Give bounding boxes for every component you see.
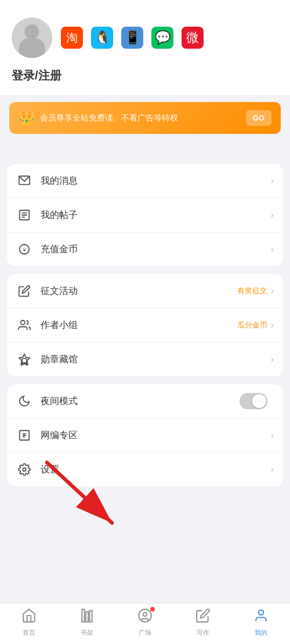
medals-icon — [16, 351, 32, 368]
posts-icon — [16, 207, 32, 223]
weibo-icon[interactable]: 微 — [182, 27, 204, 49]
posts-label: 我的帖子 — [41, 209, 271, 221]
menu-card-3: 夜间模式 › 网编专区 › 设置 › — [7, 384, 283, 486]
nav-item-square[interactable]: 广场 — [128, 608, 162, 637]
settings-icon — [16, 461, 32, 478]
vip-banner-text: 会员尊享全站免费读、不看广告等特权 — [40, 113, 240, 123]
vip-banner[interactable]: 👑 会员尊享全站免费读、不看广告等特权 GO — [9, 102, 281, 134]
author-icon — [16, 317, 32, 333]
svg-point-17 — [143, 613, 147, 617]
phone-icon[interactable]: 📱 — [121, 27, 143, 49]
writing-badge: 有奖征文 — [237, 286, 267, 296]
medals-label: 勋章藏馆 — [41, 354, 271, 366]
messages-label: 我的消息 — [41, 175, 271, 187]
bottom-padding — [0, 494, 290, 541]
home-icon — [21, 608, 37, 627]
bottom-navigation: 首页 书架 广场 写作 我的 — [0, 603, 290, 644]
bookshelf-icon — [79, 608, 95, 627]
mine-nav-label: 我的 — [255, 628, 267, 637]
social-icons-row: 淘 🐧 📱 💬 微 — [61, 27, 204, 49]
author-label: 作者小组 — [41, 319, 237, 332]
taobao-icon[interactable]: 淘 — [61, 27, 83, 49]
svg-rect-15 — [89, 610, 92, 622]
bookshelf-nav-label: 书架 — [81, 628, 93, 637]
menu-card-2: 征文活动 有奖征文 › 作者小组 瓜分金币 › 勋章藏馆 › — [7, 274, 283, 376]
settings-label: 设置 — [41, 464, 271, 476]
author-badge: 瓜分金币 — [237, 320, 267, 330]
nav-item-home[interactable]: 首页 — [12, 608, 46, 637]
night-label: 夜间模式 — [41, 395, 240, 407]
qq-icon[interactable]: 🐧 — [91, 27, 113, 49]
chevron-icon: › — [271, 464, 274, 475]
menu-item-posts[interactable]: 我的帖子 › — [7, 198, 283, 232]
night-icon — [16, 393, 32, 409]
nav-item-mine[interactable]: 我的 — [244, 608, 278, 637]
menu-item-editor[interactable]: 网编专区 › — [7, 419, 283, 453]
crown-icon: 👑 — [19, 111, 34, 126]
chevron-spacer: › — [271, 396, 274, 406]
svg-point-7 — [21, 321, 25, 325]
chevron-icon: › — [271, 286, 274, 296]
spacer-1 — [0, 141, 290, 152]
chevron-icon: › — [271, 354, 274, 365]
chevron-icon: › — [271, 210, 274, 220]
coins-icon: ¥ — [16, 241, 32, 257]
square-icon — [137, 608, 153, 627]
profile-section: 淘 🐧 📱 💬 微 登录/注册 — [0, 0, 290, 95]
editor-label: 网编专区 — [41, 430, 271, 442]
menu-item-messages[interactable]: 我的消息 › — [7, 164, 283, 198]
editor-icon — [16, 427, 32, 443]
menu-item-writing[interactable]: 征文活动 有奖征文 › — [7, 274, 283, 308]
write-icon — [195, 608, 211, 627]
svg-marker-9 — [19, 354, 30, 364]
menu-item-settings[interactable]: 设置 › — [7, 453, 283, 486]
chevron-icon: › — [271, 430, 274, 441]
writing-label: 征文活动 — [41, 285, 237, 297]
chevron-icon: › — [271, 244, 274, 254]
nav-item-write[interactable]: 写作 — [186, 608, 220, 637]
menu-card-1: 我的消息 › 我的帖子 › ¥ 充值金币 › — [7, 164, 283, 266]
square-nav-label: 广场 — [139, 628, 151, 637]
mine-icon — [253, 608, 269, 627]
write-nav-label: 写作 — [197, 628, 209, 637]
menu-item-night[interactable]: 夜间模式 › — [7, 384, 283, 419]
vip-go-button[interactable]: GO — [246, 110, 271, 126]
login-register-text[interactable]: 登录/注册 — [12, 68, 61, 83]
writing-icon — [16, 283, 32, 299]
chevron-icon: › — [271, 176, 274, 186]
avatar[interactable] — [12, 17, 52, 58]
menu-item-medals[interactable]: 勋章藏馆 › — [7, 343, 283, 376]
svg-text:¥: ¥ — [22, 247, 26, 253]
svg-rect-13 — [82, 609, 84, 622]
svg-point-18 — [259, 610, 264, 615]
menu-item-coins[interactable]: ¥ 充值金币 › — [7, 232, 283, 266]
chevron-icon: › — [271, 320, 274, 330]
avatar-row: 淘 🐧 📱 💬 微 — [12, 17, 204, 58]
messages-icon — [16, 173, 32, 189]
menu-item-author[interactable]: 作者小组 瓜分金币 › — [7, 308, 283, 343]
home-nav-label: 首页 — [23, 628, 35, 637]
nav-item-bookshelf[interactable]: 书架 — [70, 608, 104, 637]
night-mode-toggle[interactable] — [240, 393, 267, 409]
coins-label: 充值金币 — [41, 243, 271, 256]
svg-point-11 — [23, 468, 26, 471]
wechat-icon[interactable]: 💬 — [151, 27, 173, 49]
spacer-2 — [0, 152, 290, 164]
svg-rect-14 — [86, 612, 88, 622]
